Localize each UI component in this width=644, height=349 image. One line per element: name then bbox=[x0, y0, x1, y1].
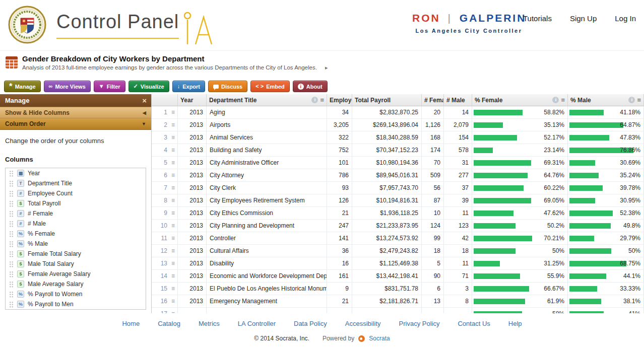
column-order-item[interactable]: #Employee Count bbox=[6, 188, 146, 198]
cell-employee-count[interactable] bbox=[327, 308, 352, 313]
column-order-item[interactable]: %% Payroll to Men bbox=[6, 299, 146, 309]
column-header-year[interactable]: Year bbox=[178, 94, 207, 106]
cell-num-female[interactable] bbox=[422, 308, 444, 313]
row-menu-icon[interactable]: ≡ bbox=[169, 220, 178, 232]
cell-total-payroll[interactable]: $10,194,816.31 bbox=[352, 194, 422, 206]
cell-num-female[interactable]: 5 bbox=[422, 257, 444, 269]
row-menu-icon[interactable]: ≡ bbox=[169, 131, 178, 144]
footer-link-home[interactable]: Home bbox=[122, 320, 140, 327]
cell-pct-male[interactable]: 33.33% bbox=[568, 283, 644, 295]
cell-num-female[interactable]: 124 bbox=[422, 220, 444, 232]
row-menu-icon[interactable]: ≡ bbox=[169, 232, 178, 244]
cell-num-male[interactable] bbox=[444, 308, 472, 313]
row-menu-icon[interactable]: ≡ bbox=[169, 194, 178, 206]
column-order-item[interactable]: $Female Average Salary bbox=[6, 269, 146, 279]
cell-department[interactable]: City Employees Retirement System bbox=[207, 194, 327, 206]
info-icon[interactable]: i bbox=[628, 97, 635, 103]
drag-handle-icon[interactable] bbox=[9, 251, 14, 257]
row-menu-icon[interactable]: ≡ bbox=[169, 106, 178, 118]
footer-link-metrics[interactable]: Metrics bbox=[199, 320, 220, 327]
cell-num-female[interactable]: 6 bbox=[422, 283, 444, 295]
row-menu-icon[interactable]: ≡ bbox=[169, 283, 178, 295]
cell-num-male[interactable]: 123 bbox=[444, 220, 472, 232]
cell-total-payroll[interactable]: $269,143,896.04 bbox=[352, 119, 422, 131]
cell-pct-male[interactable]: 29.79% bbox=[568, 232, 644, 244]
cell-year[interactable]: 2013 bbox=[178, 245, 207, 257]
cell-department[interactable]: Aging bbox=[207, 106, 327, 118]
cell-num-male[interactable]: 578 bbox=[444, 144, 472, 156]
cell-num-female[interactable]: 509 bbox=[422, 169, 444, 181]
close-icon[interactable]: × bbox=[142, 94, 147, 107]
cell-year[interactable]: 2013 bbox=[178, 295, 207, 307]
drag-handle-icon[interactable] bbox=[9, 301, 14, 308]
cell-employee-count[interactable]: 141 bbox=[327, 232, 352, 244]
cell-pct-female[interactable]: 23.14% bbox=[472, 144, 568, 156]
cell-pct-female[interactable]: 70.21% bbox=[472, 232, 568, 244]
toolbar-button-export[interactable]: ↓Export bbox=[172, 81, 205, 92]
row-menu-icon[interactable]: ≡ bbox=[169, 144, 178, 156]
cell-pct-male[interactable]: 44.1% bbox=[568, 270, 644, 282]
cell-department[interactable]: City Clerk bbox=[207, 182, 327, 194]
cell-pct-female[interactable]: 35.13% bbox=[472, 119, 568, 131]
footer-link-accessibility[interactable]: Accessibility bbox=[345, 320, 381, 327]
drag-handle-icon[interactable] bbox=[9, 271, 14, 277]
cell-pct-female[interactable]: 50% bbox=[472, 245, 568, 257]
cell-pct-male[interactable]: 50% bbox=[568, 245, 644, 257]
column-menu-icon[interactable]: ≡ bbox=[561, 96, 565, 104]
column-header-employee-c[interactable]: Employee C bbox=[327, 94, 352, 106]
cell-num-male[interactable]: 154 bbox=[444, 131, 472, 144]
cell-num-male[interactable]: 277 bbox=[444, 169, 472, 181]
cell-employee-count[interactable]: 9 bbox=[327, 283, 352, 295]
cell-num-male[interactable]: 37 bbox=[444, 182, 472, 194]
cell-department[interactable]: Animal Services bbox=[207, 131, 327, 144]
cell-total-payroll[interactable] bbox=[352, 308, 422, 313]
cell-department[interactable]: City Attorney bbox=[207, 169, 327, 181]
drag-handle-icon[interactable] bbox=[9, 200, 14, 207]
cell-num-female[interactable]: 13 bbox=[422, 295, 444, 307]
cell-pct-male[interactable]: 41% bbox=[568, 308, 644, 313]
column-order-item[interactable]: %% Male bbox=[6, 239, 146, 249]
cell-num-female[interactable]: 1,126 bbox=[422, 119, 444, 131]
info-icon[interactable]: i bbox=[311, 97, 318, 103]
cell-num-female[interactable]: 18 bbox=[422, 245, 444, 257]
cell-num-female[interactable]: 87 bbox=[422, 194, 444, 206]
cell-num-female[interactable]: 20 bbox=[422, 106, 444, 118]
column-order-item[interactable]: %% Payroll to Women bbox=[6, 289, 146, 299]
footer-link-contact-us[interactable]: Contact Us bbox=[458, 320, 490, 327]
cell-pct-female[interactable]: 66.67% bbox=[472, 283, 568, 295]
footer-link-help[interactable]: Help bbox=[508, 320, 522, 327]
cell-employee-count[interactable]: 786 bbox=[327, 169, 352, 181]
socrata-link[interactable]: Socrata bbox=[369, 335, 390, 342]
cell-total-payroll[interactable]: $21,233,873.95 bbox=[352, 220, 422, 232]
cell-pct-male[interactable]: 76.86% bbox=[568, 144, 644, 156]
cell-year[interactable]: 2013 bbox=[178, 270, 207, 282]
description-expander-icon[interactable]: ▸ bbox=[325, 64, 328, 71]
cell-department[interactable]: El Pueblo De Los Angeles Historical Monu… bbox=[207, 283, 327, 295]
cell-pct-male[interactable]: 35.24% bbox=[568, 169, 644, 181]
row-menu-icon[interactable]: ≡ bbox=[169, 308, 178, 313]
cell-total-payroll[interactable]: $1,125,469.38 bbox=[352, 257, 422, 269]
cell-employee-count[interactable]: 161 bbox=[327, 270, 352, 282]
cell-year[interactable]: 2013 bbox=[178, 144, 207, 156]
cell-total-payroll[interactable]: $18,340,288.59 bbox=[352, 131, 422, 144]
cell-pct-female[interactable]: 47.62% bbox=[472, 207, 568, 219]
nav-link-tutorials[interactable]: Tutorials bbox=[523, 14, 552, 23]
toolbar-button-discuss[interactable]: Discuss bbox=[208, 81, 247, 92]
cell-employee-count[interactable]: 16 bbox=[327, 257, 352, 269]
column-order-item[interactable]: $Female Total Salary bbox=[6, 249, 146, 259]
footer-link-la-controller[interactable]: LA Controller bbox=[238, 320, 276, 327]
cell-pct-female[interactable]: 61.9% bbox=[472, 295, 568, 307]
nav-link-sign-up[interactable]: Sign Up bbox=[570, 14, 597, 23]
drag-handle-icon[interactable] bbox=[9, 180, 14, 187]
cell-year[interactable]: 2013 bbox=[178, 232, 207, 244]
cell-employee-count[interactable]: 21 bbox=[327, 295, 352, 307]
cell-employee-count[interactable]: 101 bbox=[327, 157, 352, 169]
cell-employee-count[interactable]: 247 bbox=[327, 220, 352, 232]
cell-pct-male[interactable]: 64.87% bbox=[568, 119, 644, 131]
row-menu-icon[interactable]: ≡ bbox=[169, 270, 178, 282]
column-order-item[interactable]: $Total Payroll bbox=[6, 198, 146, 208]
column-header--female[interactable]: # Female bbox=[422, 94, 444, 106]
cell-year[interactable]: 2013 bbox=[178, 207, 207, 219]
drag-handle-icon[interactable] bbox=[9, 221, 14, 227]
cell-total-payroll[interactable]: $13,442,198.41 bbox=[352, 270, 422, 282]
